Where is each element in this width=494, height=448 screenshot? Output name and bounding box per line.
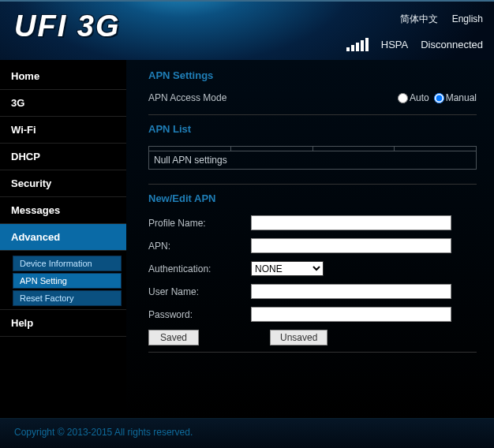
auto-label: Auto [410, 92, 429, 103]
lang-en[interactable]: English [452, 13, 483, 24]
network-type: HSPA [381, 39, 408, 50]
connection-status: Disconnected [421, 39, 483, 50]
subnav: Device Information APN Setting Reset Fac… [0, 251, 126, 309]
profile-name-label: Profile Name: [148, 218, 251, 229]
auth-label: Authentication: [148, 263, 251, 274]
radio-auto[interactable]: Auto [398, 92, 429, 103]
username-label: User Name: [148, 286, 251, 297]
auth-select[interactable]: NONE [251, 261, 324, 276]
password-input[interactable] [251, 307, 451, 322]
saved-button[interactable]: Saved [148, 330, 199, 345]
subnav-device-info[interactable]: Device Information [13, 256, 122, 271]
username-input[interactable] [251, 284, 451, 299]
apn-input[interactable] [251, 238, 451, 253]
unsaved-button[interactable]: Unsaved [270, 330, 327, 345]
subnav-apn-setting[interactable]: APN Setting [13, 273, 122, 289]
apn-settings-title: APN Settings [148, 69, 477, 81]
nav-help[interactable]: Help [0, 309, 126, 337]
nav-dhcp[interactable]: DHCP [0, 144, 126, 170]
nav-messages[interactable]: Messages [0, 197, 126, 224]
lang-zh[interactable]: 简体中文 [400, 13, 438, 24]
footer: Copyright © 2013-2015 All rights reserve… [0, 418, 494, 448]
copyright: Copyright © 2013-2015 All rights reserve… [14, 427, 193, 438]
access-mode-label: APN Access Mode [148, 92, 251, 103]
language-switch: 简体中文 English [389, 13, 483, 26]
nav-3g[interactable]: 3G [0, 90, 126, 117]
nav-security[interactable]: Security [0, 170, 126, 197]
apn-list-empty: Null APN settings [149, 151, 476, 169]
manual-label: Manual [446, 92, 477, 103]
apn-list-title: APN List [148, 123, 477, 135]
profile-name-input[interactable] [251, 215, 451, 230]
app-logo: UFI 3G [14, 9, 120, 43]
main-content: APN Settings APN Access Mode Auto Manual… [126, 60, 494, 418]
new-edit-apn-title: New/Edit APN [148, 192, 477, 204]
nav-wifi[interactable]: Wi-Fi [0, 117, 126, 144]
apn-list-table: Null APN settings [148, 146, 477, 170]
password-label: Password: [148, 309, 251, 320]
signal-icon [346, 38, 369, 51]
sidebar: Home 3G Wi-Fi DHCP Security Messages Adv… [0, 60, 126, 418]
header: UFI 3G 简体中文 English HSPA Disconnected [0, 0, 494, 60]
nav-advanced[interactable]: Advanced [0, 224, 126, 251]
apn-label: APN: [148, 241, 251, 252]
radio-manual[interactable]: Manual [434, 92, 477, 103]
nav-home[interactable]: Home [0, 63, 126, 90]
subnav-reset-factory[interactable]: Reset Factory [13, 290, 122, 306]
status-bar: HSPA Disconnected [346, 38, 483, 51]
